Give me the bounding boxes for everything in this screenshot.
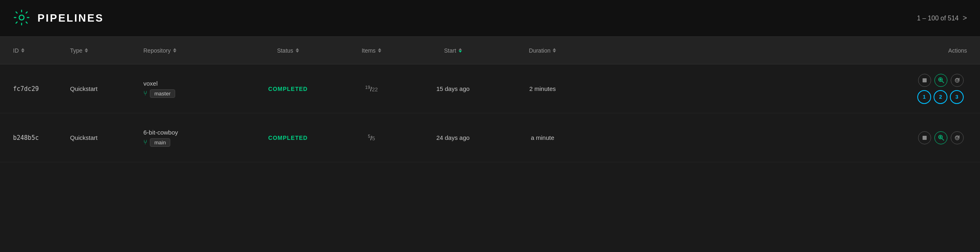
cell-start: 15 days ago bbox=[408, 85, 498, 92]
zoom-icon bbox=[938, 77, 944, 83]
svg-rect-5 bbox=[923, 136, 927, 140]
col-header-items[interactable]: Items bbox=[335, 47, 408, 54]
sort-icon-id bbox=[21, 48, 24, 53]
col-header-type[interactable]: Type bbox=[70, 47, 143, 54]
stop-button[interactable] bbox=[918, 74, 931, 87]
refresh-icon bbox=[954, 77, 960, 83]
git-branch-icon: ⑂ bbox=[143, 139, 147, 146]
git-branch-icon: ⑂ bbox=[143, 90, 147, 97]
col-header-duration[interactable]: Duration bbox=[498, 47, 587, 54]
pagination-next-button[interactable]: > bbox=[962, 14, 967, 22]
cell-items: 5/5 bbox=[335, 134, 408, 141]
sort-icon-type bbox=[85, 48, 88, 53]
cell-repo: voxel ⑂ master bbox=[143, 80, 241, 98]
cell-status: COMPLETED bbox=[241, 86, 335, 92]
zoom-icon bbox=[938, 135, 944, 141]
actions-container: 1 2 3 bbox=[917, 74, 967, 104]
app-title: PIPELINES bbox=[37, 12, 104, 24]
stop-button[interactable] bbox=[918, 131, 931, 144]
cell-repo: 6-bit-cowboy ⑂ main bbox=[143, 129, 241, 147]
table-header: ID Type Repository Status Items bbox=[0, 37, 980, 64]
cell-items: 19/22 bbox=[335, 85, 408, 93]
col-header-id[interactable]: ID bbox=[13, 47, 70, 54]
app-header: PIPELINES 1 – 100 of 514 > bbox=[0, 0, 980, 37]
actions-top-row bbox=[918, 131, 964, 144]
cell-id: b248b5c bbox=[13, 134, 70, 141]
cell-actions bbox=[587, 131, 967, 144]
repo-branch: ⑂ main bbox=[143, 138, 170, 147]
cell-status: COMPLETED bbox=[241, 135, 335, 141]
status-badge: COMPLETED bbox=[268, 135, 308, 141]
repo-branch: ⑂ master bbox=[143, 89, 175, 98]
zoom-button[interactable] bbox=[934, 74, 947, 87]
numbered-btn-2[interactable]: 2 bbox=[934, 90, 947, 104]
svg-rect-0 bbox=[923, 78, 927, 82]
sort-icon-duration bbox=[553, 48, 556, 53]
actions-container bbox=[918, 131, 967, 144]
refresh-button[interactable] bbox=[951, 74, 964, 87]
gear-icon bbox=[13, 9, 30, 27]
cell-id: fc7dc29 bbox=[13, 85, 70, 93]
cell-duration: a minute bbox=[498, 134, 587, 141]
cell-duration: 2 minutes bbox=[498, 85, 587, 92]
svg-line-7 bbox=[942, 139, 944, 141]
stop-icon bbox=[922, 78, 927, 83]
header-left: PIPELINES bbox=[13, 9, 104, 27]
sort-icon-repository bbox=[173, 48, 176, 53]
sort-icon-start bbox=[459, 48, 462, 53]
svg-line-2 bbox=[942, 81, 944, 83]
status-badge: COMPLETED bbox=[268, 86, 308, 92]
actions-top-row bbox=[918, 74, 964, 87]
col-header-repository[interactable]: Repository bbox=[143, 47, 241, 54]
repo-info: voxel ⑂ master bbox=[143, 80, 175, 98]
col-header-start[interactable]: Start bbox=[408, 47, 498, 54]
cell-type: Quickstart bbox=[70, 85, 143, 92]
pagination-text: 1 – 100 of 514 bbox=[917, 15, 958, 22]
sort-icon-status bbox=[296, 48, 299, 53]
cell-actions: 1 2 3 bbox=[587, 74, 967, 104]
table-row: b248b5c Quickstart 6-bit-cowboy ⑂ main C… bbox=[0, 113, 980, 162]
numbered-btn-1[interactable]: 1 bbox=[917, 90, 931, 104]
col-header-actions: Actions bbox=[587, 47, 967, 54]
refresh-button[interactable] bbox=[951, 131, 964, 144]
numbered-buttons-row: 1 2 3 bbox=[917, 90, 964, 104]
pagination-info: 1 – 100 of 514 > bbox=[917, 14, 967, 22]
table-row: fc7dc29 Quickstart voxel ⑂ master COMPLE… bbox=[0, 64, 980, 113]
numbered-btn-3[interactable]: 3 bbox=[950, 90, 964, 104]
cell-type: Quickstart bbox=[70, 134, 143, 141]
table-body: fc7dc29 Quickstart voxel ⑂ master COMPLE… bbox=[0, 64, 980, 162]
zoom-button[interactable] bbox=[934, 131, 947, 144]
stop-icon bbox=[922, 135, 927, 140]
col-header-status[interactable]: Status bbox=[241, 47, 335, 54]
cell-start: 24 days ago bbox=[408, 134, 498, 141]
repo-info: 6-bit-cowboy ⑂ main bbox=[143, 129, 178, 147]
sort-icon-items bbox=[378, 48, 381, 53]
refresh-icon bbox=[954, 135, 960, 141]
